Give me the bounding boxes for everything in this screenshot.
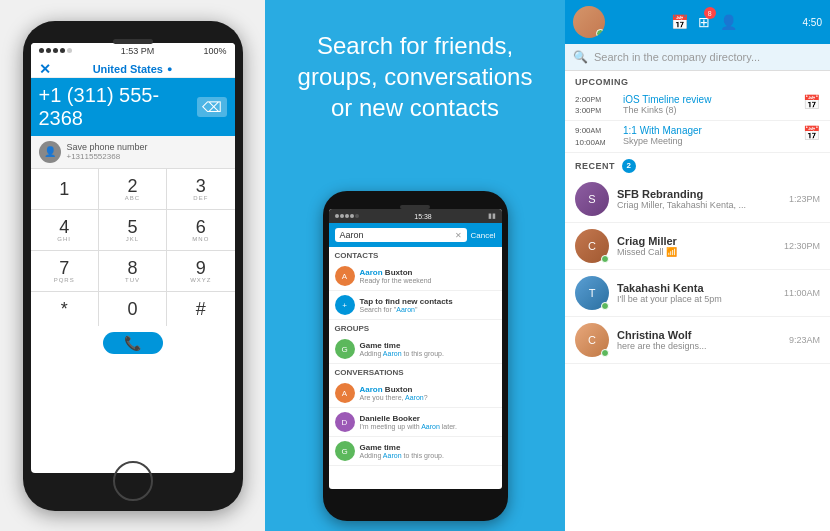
recent-label: RECENT 2 — [565, 153, 830, 176]
right-user-avatar[interactable] — [573, 6, 605, 38]
cal-sub-2: Skype Meeting — [623, 136, 795, 146]
mid-status-bar: 15:38 ▮▮ — [329, 209, 502, 223]
chat-item-takahashi[interactable]: T Takahashi Kenta I'll be at your place … — [565, 270, 830, 317]
phone1-frame: 1:53 PM 100% ✕ United States ● +1 (311) … — [23, 21, 243, 511]
right-section: 📅 ⊞ 8 👤 4:50 🔍 Search in the company dir… — [565, 0, 830, 531]
mid-group-gametime[interactable]: G Game time Adding Aaron to this group. — [329, 335, 502, 364]
key-9[interactable]: 9wxyz — [167, 251, 234, 291]
backspace-btn[interactable]: ⌫ — [197, 97, 227, 117]
recent-count-badge: 2 — [622, 159, 636, 173]
mid-conv-gametime-sub: Adding Aaron to this group. — [360, 452, 444, 459]
key-1[interactable]: 1 — [31, 169, 98, 209]
call-button[interactable]: 📞 — [103, 332, 163, 354]
key-0[interactable]: 0 — [99, 292, 166, 326]
phone1-battery: 100% — [203, 46, 226, 56]
save-contact-icon: 👤 — [39, 141, 61, 163]
chat-time-criag: 12:30PM — [784, 241, 820, 251]
cal-sub-1: The Kinks (8) — [623, 105, 795, 115]
mid-aaron-name: Aaron Buxton — [360, 268, 432, 277]
calendar-item-2[interactable]: 9:00AM 10:00AM 1:1 With Manager Skype Me… — [565, 121, 830, 152]
dialer-save-row[interactable]: 👤 Save phone number +13115552368 — [31, 136, 235, 169]
mid-group-avatar: G — [335, 339, 355, 359]
phone1-section: 1:53 PM 100% ✕ United States ● +1 (311) … — [0, 0, 265, 531]
key-7[interactable]: 7pqrs — [31, 251, 98, 291]
cal-title-1: iOS Timeline review — [623, 94, 795, 105]
key-5[interactable]: 5jkl — [99, 210, 166, 250]
mid-conv-aaron-name: Aaron Buxton — [360, 385, 428, 394]
dialer-keypad: 1 2abc 3def 4ghi 5jkl 6mno 7pqrs 8tuv 9w… — [31, 169, 235, 326]
save-info: Save phone number +13115552368 — [67, 142, 148, 161]
mid-conv-danielle-sub: I'm meeting up with Aaron later. — [360, 423, 457, 430]
chat-avatar-christina: C — [575, 323, 609, 357]
mid-group-sub: Adding Aaron to this group. — [360, 350, 444, 357]
search-icon: 🔍 — [573, 50, 588, 64]
calendar-icon-wrap[interactable]: 📅 — [671, 13, 688, 31]
save-number: +13115552368 — [67, 152, 148, 161]
chat-name-christina: Christina Wolf — [617, 329, 781, 341]
apps-badge: 8 — [704, 7, 716, 19]
mid-find-sub: Search for "Aaron" — [360, 306, 453, 313]
chat-avatar-sfb: S — [575, 182, 609, 216]
mid-find-contacts[interactable]: + Tap to find new contacts Search for "A… — [329, 291, 502, 320]
mid-conv-danielle[interactable]: D Danielle Booker I'm meeting up with Aa… — [329, 408, 502, 437]
mid-battery: ▮▮ — [488, 212, 496, 220]
cal-details-1: iOS Timeline review The Kinks (8) — [623, 94, 795, 115]
chat-name-takahashi: Takahashi Kenta — [617, 282, 776, 294]
mid-conversations-label: Conversations — [329, 364, 502, 379]
middle-headline: Search for friends, groups, conversation… — [265, 0, 565, 144]
key-3[interactable]: 3def — [167, 169, 234, 209]
key-4[interactable]: 4ghi — [31, 210, 98, 250]
save-label: Save phone number — [67, 142, 148, 152]
chat-time-takahashi: 11:00AM — [784, 288, 820, 298]
chat-sub-takahashi: I'll be at your place at 5pm — [617, 294, 776, 304]
chat-time-sfb: 1:23PM — [789, 194, 820, 204]
mid-search-value: Aaron — [340, 230, 364, 240]
middle-section: Search for friends, groups, conversation… — [265, 0, 565, 531]
key-hash[interactable]: # — [167, 292, 234, 326]
key-2[interactable]: 2abc — [99, 169, 166, 209]
right-search-bar[interactable]: 🔍 Search in the company directory... — [565, 44, 830, 71]
cal-icon-1[interactable]: 📅 — [803, 94, 820, 110]
cal-icon-2[interactable]: 📅 — [803, 125, 820, 141]
chat-name-sfb: SFB Rebranding — [617, 188, 781, 200]
cal-times-1: 2:00PM 3:00PM — [575, 94, 615, 116]
cal-times-2: 9:00AM 10:00AM — [575, 125, 615, 147]
chat-item-criag[interactable]: C Criag Miller Missed Call 📶 12:30PM — [565, 223, 830, 270]
chat-sub-christina: here are the designs... — [617, 341, 781, 351]
mid-search-input[interactable]: Aaron ✕ — [335, 228, 467, 242]
signal-dots — [39, 48, 72, 53]
dialer-phone-input: +1 (311) 555-2368 ⌫ — [31, 78, 235, 136]
mid-conv-aaron-avatar: A — [335, 383, 355, 403]
upcoming-label: UPCOMING — [565, 71, 830, 90]
mid-contacts-label: Contacts — [329, 247, 502, 262]
contacts-icon: 👤 — [720, 14, 737, 30]
apps-icon-wrap[interactable]: ⊞ 8 — [698, 13, 710, 31]
calendar-icon: 📅 — [671, 14, 688, 30]
dialer-close-btn[interactable]: ✕ — [39, 61, 51, 77]
key-6[interactable]: 6mno — [167, 210, 234, 250]
cal-start-2: 9:00AM — [575, 125, 615, 136]
contacts-icon-wrap[interactable]: 👤 — [720, 13, 737, 31]
mid-conv-gametime[interactable]: G Game time Adding Aaron to this group. — [329, 437, 502, 466]
key-star[interactable]: * — [31, 292, 98, 326]
mid-conv-aaron[interactable]: A Aaron Buxton Are you there, Aaron? — [329, 379, 502, 408]
calendar-item-1[interactable]: 2:00PM 3:00PM iOS Timeline review The Ki… — [565, 90, 830, 121]
chat-avatar-takahashi: T — [575, 276, 609, 310]
mid-clear-icon[interactable]: ✕ — [455, 231, 462, 240]
dialer-number-display: +1 (311) 555-2368 — [39, 84, 197, 130]
phone1-time: 1:53 PM — [121, 46, 155, 56]
chat-name-criag: Criag Miller — [617, 235, 776, 247]
country-flag: ● — [167, 64, 172, 74]
key-8[interactable]: 8tuv — [99, 251, 166, 291]
mid-group-name: Game time — [360, 341, 444, 350]
chat-item-christina[interactable]: C Christina Wolf here are the designs...… — [565, 317, 830, 364]
mid-conv-danielle-name: Danielle Booker — [360, 414, 457, 423]
chat-item-sfb[interactable]: S SFB Rebranding Criag Miller, Takahashi… — [565, 176, 830, 223]
mid-search-bar: Aaron ✕ Cancel — [329, 223, 502, 247]
mid-contact-aaron[interactable]: A Aaron Buxton Ready for the weekend — [329, 262, 502, 291]
middle-phone-frame: 15:38 ▮▮ Aaron ✕ Cancel Contacts A Aaron… — [323, 191, 508, 521]
chat-time-christina: 9:23AM — [789, 335, 820, 345]
dialer-country[interactable]: United States — [93, 63, 163, 75]
mid-conv-danielle-avatar: D — [335, 412, 355, 432]
mid-cancel-btn[interactable]: Cancel — [471, 231, 496, 240]
